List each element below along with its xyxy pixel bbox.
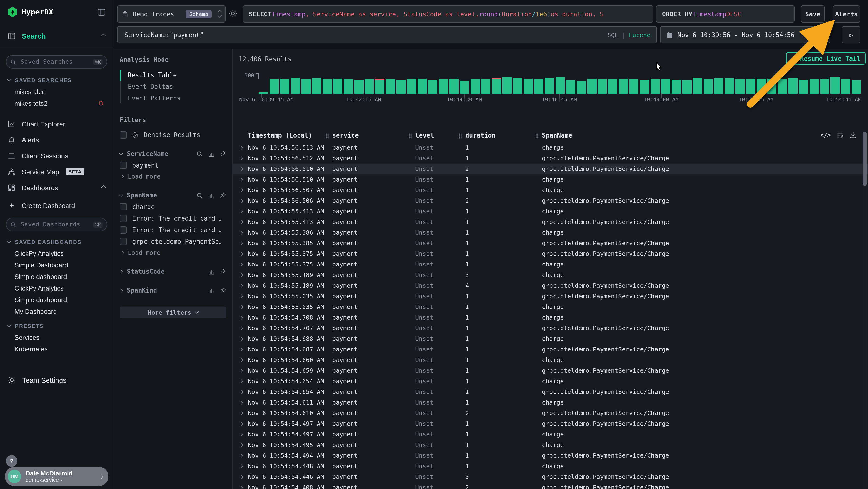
histogram-bar[interactable]	[831, 77, 840, 94]
histogram-bar[interactable]	[312, 79, 321, 94]
histogram-bar[interactable]	[799, 80, 808, 94]
dashboard-item[interactable]: Simple dashboard	[0, 294, 113, 306]
histogram-bar[interactable]	[460, 80, 469, 94]
checkbox[interactable]	[120, 131, 127, 139]
table-row[interactable]: Nov 6 10:54:54.408 AMpaymentUnset2grpc.o…	[233, 482, 868, 489]
histogram-bar[interactable]	[608, 79, 618, 94]
histogram-bar[interactable]	[598, 79, 607, 94]
histogram-bar[interactable]	[354, 80, 363, 94]
table-row[interactable]: Nov 6 10:54:54.446 AMpaymentUnset3grpc.o…	[233, 471, 868, 482]
histogram-bar[interactable]	[524, 79, 533, 94]
dashboard-item[interactable]: ClickPy Analytics	[0, 282, 113, 294]
table-row[interactable]: Nov 6 10:54:54.494 AMpaymentUnset1grpc.o…	[233, 450, 868, 461]
histogram-bar[interactable]	[725, 79, 734, 94]
histogram-bar[interactable]	[429, 79, 438, 94]
results-histogram[interactable]	[259, 76, 861, 94]
histogram-bar[interactable]	[756, 79, 766, 94]
histogram-bar[interactable]	[375, 79, 384, 94]
table-row[interactable]: Nov 6 10:54:55.375 AMpaymentUnset1grpc.o…	[233, 249, 868, 259]
expand-row-icon[interactable]	[239, 443, 243, 447]
table-row[interactable]: Nov 6 10:54:54.687 AMpaymentUnset1grpc.o…	[233, 344, 868, 355]
histogram-bar[interactable]	[301, 79, 311, 94]
chevron-down-icon[interactable]	[119, 193, 123, 197]
table-row[interactable]: Nov 6 10:54:56.506 AMpaymentUnset2grpc.o…	[233, 196, 868, 206]
histogram-bar[interactable]	[418, 79, 427, 94]
expand-row-icon[interactable]	[239, 305, 243, 309]
histogram-bar[interactable]	[365, 79, 374, 94]
filter-group-spankind[interactable]: SpanKind	[120, 287, 226, 294]
histogram-bar[interactable]	[714, 78, 723, 94]
filter-group-servicename[interactable]: ServiceName	[120, 150, 226, 157]
table-row[interactable]: Nov 6 10:54:54.497 AMpaymentUnset1grpc.o…	[233, 419, 868, 429]
download-icon[interactable]	[849, 131, 857, 139]
expand-row-icon[interactable]	[239, 294, 243, 298]
saved-search-item[interactable]: mikes tets2	[0, 97, 113, 109]
checkbox[interactable]	[120, 215, 127, 222]
saved-search-item[interactable]: mikes alert	[0, 86, 113, 97]
histogram-bar[interactable]	[651, 79, 660, 94]
sql-toggle[interactable]: SQL	[607, 31, 618, 38]
histogram-bar[interactable]	[577, 81, 586, 94]
saved-searches-search[interactable]: ⌘K	[6, 55, 107, 68]
expand-row-icon[interactable]	[239, 146, 243, 150]
histogram-bar[interactable]	[386, 79, 395, 94]
column-header-spanname[interactable]: SpanName	[542, 132, 572, 139]
resume-live-tail-button[interactable]: Resume Live Tail	[786, 52, 866, 65]
search-input[interactable]	[123, 31, 603, 39]
filter-value[interactable]: grpc.oteldemo.PaymentSe…	[120, 238, 226, 245]
load-more-link[interactable]: Load more	[120, 249, 226, 256]
expand-row-icon[interactable]	[239, 241, 243, 246]
drag-handle-icon[interactable]	[535, 133, 539, 139]
load-more-link[interactable]: Load more	[120, 173, 226, 180]
expand-row-icon[interactable]	[239, 379, 243, 383]
expand-row-icon[interactable]	[239, 411, 243, 415]
checkbox[interactable]	[120, 162, 127, 169]
table-row[interactable]: Nov 6 10:54:54.659 AMpaymentUnset1grpc.o…	[233, 366, 868, 376]
expand-row-icon[interactable]	[239, 316, 243, 320]
saved-dashboards-input[interactable]	[20, 221, 90, 228]
histogram-bar[interactable]	[407, 79, 416, 94]
histogram-bar[interactable]	[333, 79, 342, 94]
chevron-updown-icon[interactable]	[218, 10, 221, 18]
expand-row-icon[interactable]	[239, 167, 243, 171]
histogram-bar[interactable]	[809, 79, 818, 94]
histogram-bar[interactable]	[513, 78, 522, 94]
expand-row-icon[interactable]	[239, 231, 243, 235]
table-row[interactable]: Nov 6 10:54:54.707 AMpaymentUnset1grpc.o…	[233, 323, 868, 334]
table-row[interactable]: Nov 6 10:54:55.189 AMpaymentUnset4grpc.o…	[233, 281, 868, 291]
histogram-bar[interactable]	[450, 79, 459, 94]
column-header-level[interactable]: level	[415, 132, 434, 139]
checkbox[interactable]	[120, 203, 127, 210]
scrollbar-thumb[interactable]	[863, 132, 867, 186]
orderby-clause-input[interactable]: ORDER BY Timestamp DESC	[656, 5, 795, 23]
dashboard-item[interactable]: ClickPy Analytics	[0, 248, 113, 259]
filter-group-spanname[interactable]: SpanName	[120, 192, 226, 199]
preset-item[interactable]: Kubernetes	[0, 343, 113, 355]
expand-row-icon[interactable]	[239, 390, 243, 394]
saved-dashboards-header[interactable]: SAVED DASHBOARDS	[8, 239, 113, 245]
histogram-bar[interactable]	[629, 79, 639, 94]
filter-value[interactable]: payment	[120, 162, 226, 169]
histogram-bar[interactable]	[661, 79, 670, 94]
histogram-bar[interactable]	[259, 92, 268, 94]
table-row[interactable]: Nov 6 10:54:55.413 AMpaymentUnset1charge	[233, 206, 868, 217]
dashboard-item[interactable]: Simple Dashboard	[0, 259, 113, 271]
histogram-bar[interactable]	[280, 79, 289, 94]
table-row[interactable]: Nov 6 10:54:55.189 AMpaymentUnset3charge	[233, 270, 868, 281]
collapse-sidebar-icon[interactable]	[97, 7, 106, 17]
expand-row-icon[interactable]	[239, 348, 243, 352]
table-row[interactable]: Nov 6 10:54:55.375 AMpaymentUnset1charge	[233, 259, 868, 270]
sidebar-item-chart-explorer[interactable]: Chart Explorer	[0, 116, 113, 132]
denoise-results-option[interactable]: Denoise Results	[120, 131, 226, 139]
expand-row-icon[interactable]	[239, 401, 243, 405]
table-row[interactable]: Nov 6 10:54:54.611 AMpaymentUnset1charge	[233, 397, 868, 408]
chevron-right-icon[interactable]	[119, 288, 123, 292]
analysis-mode-results-table[interactable]: Results Table	[120, 69, 226, 81]
drag-handle-icon[interactable]	[459, 133, 462, 139]
expand-row-icon[interactable]	[239, 284, 243, 288]
histogram-bar[interactable]	[555, 77, 564, 94]
expand-row-icon[interactable]	[239, 369, 243, 373]
histogram-bar[interactable]	[322, 79, 332, 94]
histogram-bar[interactable]	[852, 80, 861, 94]
histogram-bar[interactable]	[534, 79, 544, 94]
